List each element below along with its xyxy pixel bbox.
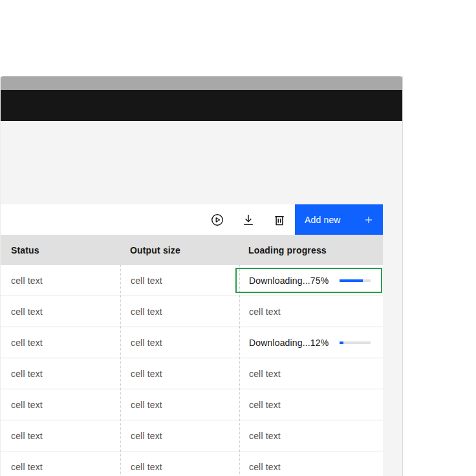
column-header-loading-progress: Loading progress <box>239 235 383 265</box>
loading-label: Downloading...12% <box>249 338 329 348</box>
data-table: Add new Status Output size Loading progr… <box>1 204 383 476</box>
status-cell: cell text <box>1 358 120 389</box>
loading-label: cell text <box>249 400 281 410</box>
status-cell: cell text <box>1 296 120 327</box>
canvas-spacer <box>1 121 402 204</box>
table-row: cell text cell text Downloading...12% <box>1 327 383 358</box>
status-cell: cell text <box>1 265 120 296</box>
delete-button[interactable] <box>264 204 295 235</box>
table-row: cell text cell text cell text <box>1 389 383 420</box>
plus-icon <box>364 215 373 224</box>
table-header-row: Status Output size Loading progress <box>1 235 383 265</box>
loading-label: cell text <box>249 462 281 472</box>
output-size-cell: cell text <box>120 296 239 327</box>
add-new-label: Add new <box>305 215 341 225</box>
table-body: cell text cell text Downloading...75% ce… <box>1 265 383 476</box>
loading-label: cell text <box>249 431 281 441</box>
status-cell: cell text <box>1 451 120 476</box>
progress-bar <box>340 341 371 344</box>
progress-bar <box>340 279 371 282</box>
table-row: cell text cell text cell text <box>1 420 383 451</box>
play-circle-icon <box>211 213 224 226</box>
loading-progress-cell: cell text <box>239 451 383 476</box>
download-icon <box>242 213 255 226</box>
add-new-button[interactable]: Add new <box>295 204 383 235</box>
column-header-output-size: Output size <box>120 235 239 265</box>
progress-bar-fill <box>340 341 343 344</box>
loading-label: cell text <box>249 307 281 317</box>
output-size-cell: cell text <box>120 358 239 389</box>
loading-progress-cell[interactable]: Downloading...75% <box>239 265 383 296</box>
loading-label: Downloading...75% <box>249 276 329 286</box>
output-size-cell: cell text <box>120 265 239 296</box>
top-black-bar <box>1 90 402 121</box>
top-gray-bar <box>1 76 402 90</box>
loading-progress-cell: cell text <box>239 420 383 451</box>
table-row: cell text cell text cell text <box>1 296 383 327</box>
output-size-cell: cell text <box>120 389 239 420</box>
loading-progress-cell: Downloading...12% <box>239 327 383 358</box>
story-canvas: Add new Status Output size Loading progr… <box>0 76 403 476</box>
table-row: cell text cell text cell text <box>1 451 383 476</box>
progress-bar-fill <box>340 279 363 282</box>
output-size-cell: cell text <box>120 327 239 358</box>
loading-progress-cell: cell text <box>239 389 383 420</box>
download-button[interactable] <box>233 204 264 235</box>
loading-progress-cell: cell text <box>239 296 383 327</box>
play-circle-button[interactable] <box>202 204 233 235</box>
table-toolbar: Add new <box>1 204 383 235</box>
output-size-cell: cell text <box>120 420 239 451</box>
loading-progress-cell: cell text <box>239 358 383 389</box>
table-row: cell text cell text Downloading...75% <box>1 265 383 296</box>
status-cell: cell text <box>1 420 120 451</box>
loading-label: cell text <box>249 369 281 379</box>
status-cell: cell text <box>1 327 120 358</box>
column-header-status: Status <box>1 235 120 265</box>
trash-can-icon <box>273 213 286 226</box>
output-size-cell: cell text <box>120 451 239 476</box>
table-row: cell text cell text cell text <box>1 358 383 389</box>
status-cell: cell text <box>1 389 120 420</box>
